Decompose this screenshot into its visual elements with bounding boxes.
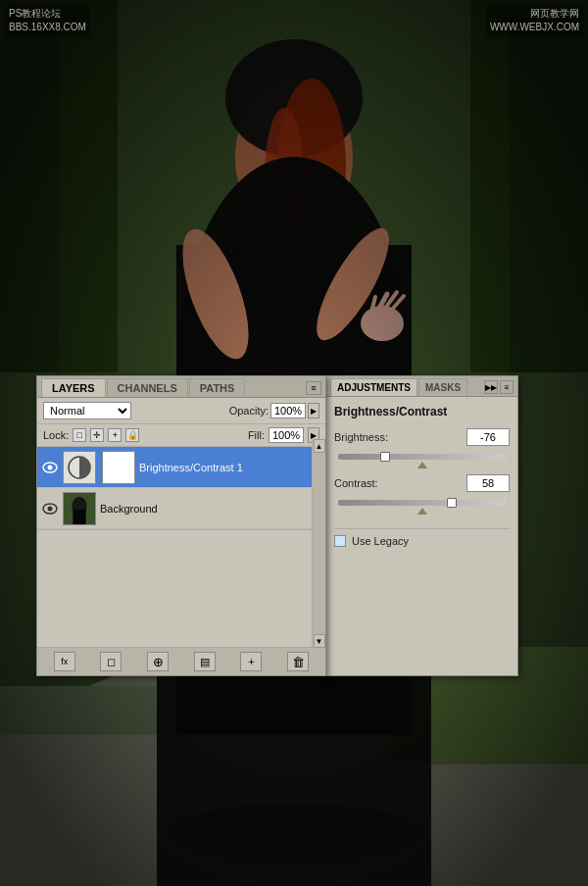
brightness-slider-container <box>334 454 510 474</box>
watermark-left-line2: BBS.16XX8.COM <box>9 21 86 34</box>
svg-point-32 <box>48 506 53 511</box>
use-legacy-checkbox[interactable] <box>334 535 346 547</box>
adj-title: Brightness/Contrast <box>334 405 510 418</box>
contrast-triangle <box>417 508 427 515</box>
layer-fx-btn[interactable]: fx <box>54 652 75 671</box>
layer-item-background[interactable]: Background 🔒 <box>37 488 325 529</box>
brightness-triangle <box>417 462 427 468</box>
layer-item-brightness-contrast[interactable]: Brightness/Contrast 1 <box>37 447 325 488</box>
tab-masks[interactable]: MASKS <box>418 378 467 396</box>
contrast-slider-handle[interactable] <box>447 498 457 508</box>
opacity-input[interactable]: 100% <box>270 403 306 418</box>
layer-eye-background[interactable] <box>41 500 59 517</box>
watermark-right: 网页教学网 WWW.WEBJX.COM <box>486 5 583 36</box>
lock-fill-row: Lock: □ ✛ + 🔒 Fill: ▶ <box>37 424 325 447</box>
lock-transform-icon[interactable]: + <box>108 428 122 442</box>
fill-label: Fill: <box>248 429 265 441</box>
contrast-slider-container <box>334 500 510 520</box>
opacity-label: Opacity: <box>229 405 269 417</box>
svg-point-29 <box>48 465 53 469</box>
adj-content: Brightness/Contrast Brightness: -76 Cont… <box>326 397 517 555</box>
tab-adjustments[interactable]: ADJUSTMENTS <box>330 378 417 396</box>
watermark-left-line1: PS教程论坛 <box>9 7 86 21</box>
adj-panel-tabs: ADJUSTMENTS MASKS ▶▶ ≡ <box>326 376 517 397</box>
tab-channels[interactable]: CHANNELS <box>107 378 188 397</box>
use-legacy-row: Use Legacy <box>334 528 510 547</box>
lock-dotted-icon[interactable]: □ <box>73 428 86 442</box>
watermark-left: PS教程论坛 BBS.16XX8.COM <box>5 5 90 36</box>
layer-group-btn[interactable]: ▤ <box>194 652 216 671</box>
contrast-row: Contrast: 58 <box>334 474 510 492</box>
layer-thumb-bg <box>63 492 96 525</box>
svg-point-26 <box>167 804 421 862</box>
scrollbar-up[interactable]: ▲ <box>314 439 325 453</box>
layers-scrollbar[interactable]: ▲ ▼ <box>312 439 325 648</box>
fill-input[interactable] <box>269 427 304 443</box>
brightness-row: Brightness: -76 <box>334 428 510 446</box>
layer-delete-btn[interactable]: 🗑 <box>287 652 309 671</box>
layer-adj-btn[interactable]: ⊕ <box>147 652 169 671</box>
layers-panel-menu-btn[interactable]: ≡ <box>306 381 321 395</box>
layer-eye-brightness[interactable] <box>41 459 59 476</box>
brightness-triangle-container <box>338 462 506 468</box>
contrast-label: Contrast: <box>334 477 403 489</box>
tab-paths[interactable]: PATHS <box>189 378 246 397</box>
layers-empty-area <box>37 529 325 647</box>
contrast-triangle-container <box>338 508 506 515</box>
adj-toolbar-icons: ▶▶ ≡ <box>484 380 514 394</box>
layers-panel: LAYERS CHANNELS PATHS ≡ Normal Opacity: … <box>36 375 326 676</box>
contrast-value[interactable]: 58 <box>466 474 510 492</box>
use-legacy-label: Use Legacy <box>352 535 409 547</box>
layer1-name: Brightness/Contrast 1 <box>139 462 321 473</box>
brightness-value[interactable]: -76 <box>466 428 510 446</box>
lock-all-icon[interactable]: 🔒 <box>125 428 139 442</box>
opacity-arrow-btn[interactable]: ▶ <box>308 403 319 418</box>
lock-move-icon[interactable]: ✛ <box>90 428 104 442</box>
contrast-slider-track[interactable] <box>338 500 506 506</box>
blend-mode-select[interactable]: Normal <box>43 402 131 419</box>
brightness-label: Brightness: <box>334 431 403 443</box>
layer-new-btn[interactable]: + <box>240 652 262 671</box>
layer2-name: Background <box>100 503 306 515</box>
watermark-right-line2: WWW.WEBJX.COM <box>490 21 579 34</box>
panels-container: LAYERS CHANNELS PATHS ≡ Normal Opacity: … <box>36 375 518 676</box>
adj-menu-btn[interactable]: ≡ <box>500 380 514 394</box>
opacity-row: Opacity: 100% ▶ <box>229 403 319 418</box>
lock-label: Lock: <box>43 429 69 441</box>
adjustments-panel: ADJUSTMENTS MASKS ▶▶ ≡ Brightness/Contra… <box>326 375 518 676</box>
layer-thumb-adj <box>63 451 96 484</box>
layer-mask-thumb <box>102 451 135 484</box>
scrollbar-down[interactable]: ▼ <box>314 634 325 648</box>
brightness-slider-track[interactable] <box>338 454 506 460</box>
layers-footer: fx ◻ ⊕ ▤ + 🗑 <box>37 647 325 675</box>
brightness-slider-handle[interactable] <box>380 452 390 462</box>
layers-panel-tabs: LAYERS CHANNELS PATHS ≡ <box>37 376 325 398</box>
blend-opacity-row: Normal Opacity: 100% ▶ <box>37 398 325 424</box>
watermark-right-line1: 网页教学网 <box>490 7 579 21</box>
layer-mask-btn[interactable]: ◻ <box>100 652 122 671</box>
tab-layers[interactable]: LAYERS <box>41 378 106 397</box>
svg-rect-35 <box>73 509 85 523</box>
adj-forward-btn[interactable]: ▶▶ <box>484 380 498 394</box>
